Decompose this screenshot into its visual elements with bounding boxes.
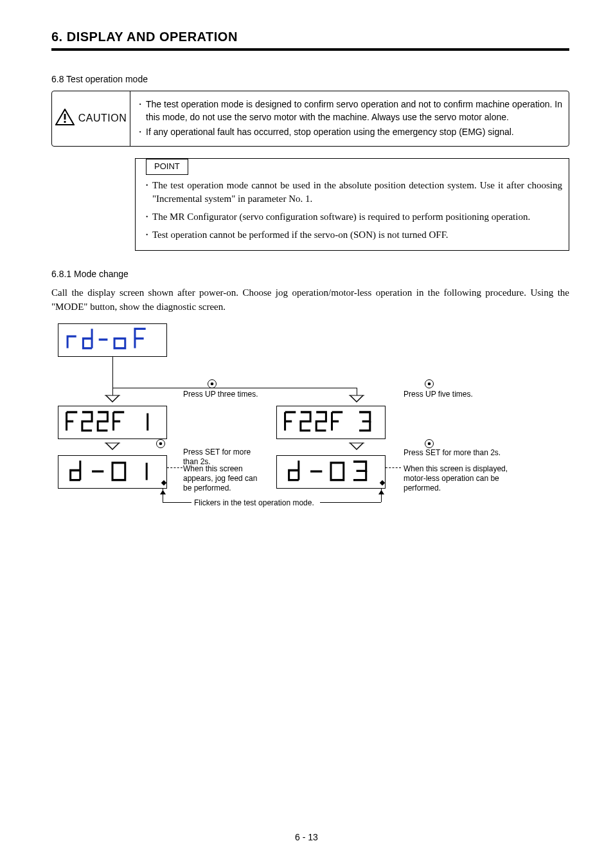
arrow-up-icon (378, 487, 384, 496)
label-press-set-left-a: Press SET for more (183, 447, 251, 457)
arrow-up-icon (160, 487, 166, 496)
chevron-down-icon (349, 394, 364, 406)
bullet-icon: ・ (142, 210, 148, 224)
svg-marker-36 (378, 490, 384, 494)
warning-triangle-icon (55, 109, 75, 128)
label-jog-a: When this screen (183, 464, 243, 474)
svg-rect-30 (112, 462, 125, 480)
svg-rect-34 (331, 462, 344, 480)
point-item: The test operation mode cannot be used i… (152, 179, 562, 207)
caution-left: CAUTION (52, 91, 130, 146)
label-flicker: Flickers in the test operation mode. (194, 498, 314, 508)
mode-change-diagram: Press UP three times. Press UP five time… (51, 323, 569, 542)
label-motorless-a: When this screen is displayed, (404, 464, 508, 474)
label-motorless-b: motor-less operation can be (404, 473, 499, 484)
subsection-title: 6.8.1 Mode change (51, 269, 569, 279)
svg-point-25 (159, 442, 163, 445)
label-press-set-right: Press SET for more than 2s. (404, 448, 501, 458)
caution-item: If any operational fault has occurred, s… (146, 125, 514, 138)
display-test3 (276, 406, 386, 439)
point-label: POINT (146, 159, 188, 175)
svg-rect-1 (64, 114, 66, 120)
svg-point-12 (428, 382, 431, 385)
point-box: POINT ・ The test operation mode cannot b… (135, 158, 569, 251)
chevron-down-icon (105, 394, 120, 406)
display-rd-of (58, 323, 167, 357)
section-title: 6.8 Test operation mode (51, 74, 569, 84)
bullseye-set-icon (155, 439, 166, 451)
label-jog-b: appears, jog feed can (183, 473, 257, 484)
svg-point-27 (428, 442, 431, 445)
subsection-body: Call the display screen shown after powe… (51, 285, 569, 314)
display-d03 (276, 455, 386, 489)
chevron-down-icon (349, 442, 364, 453)
page-footer: 6 - 13 (0, 832, 613, 842)
display-test1 (58, 406, 167, 439)
bullet-icon: ・ (136, 125, 142, 138)
label-press-up-5: Press UP five times. (404, 389, 473, 399)
chapter-title: 6. DISPLAY AND OPERATION (51, 30, 569, 44)
point-item: The MR Configurator (servo configuration… (152, 210, 530, 224)
svg-marker-35 (160, 490, 166, 494)
chevron-down-icon (105, 442, 120, 453)
bullet-icon: ・ (142, 179, 148, 207)
label-jog-c: be performed. (183, 483, 231, 493)
blink-indicator-icon (380, 480, 385, 485)
caution-item: The test operation mode is designed to c… (146, 98, 562, 124)
bullet-icon: ・ (142, 228, 148, 242)
label-motorless-c: performed. (404, 483, 441, 493)
blink-indicator-icon (161, 480, 166, 485)
svg-rect-5 (114, 338, 125, 348)
bullet-icon: ・ (136, 98, 142, 124)
label-press-up-3: Press UP three times. (183, 389, 258, 399)
display-d01 (58, 455, 167, 489)
caution-label: CAUTION (78, 113, 127, 124)
svg-point-10 (211, 382, 214, 385)
caution-text: ・ The test operation mode is designed to… (130, 91, 569, 146)
header-rule (51, 48, 569, 51)
point-item: Test operation cannot be performed if th… (152, 228, 449, 242)
svg-rect-2 (64, 121, 66, 123)
caution-box: CAUTION ・ The test operation mode is des… (51, 91, 569, 147)
